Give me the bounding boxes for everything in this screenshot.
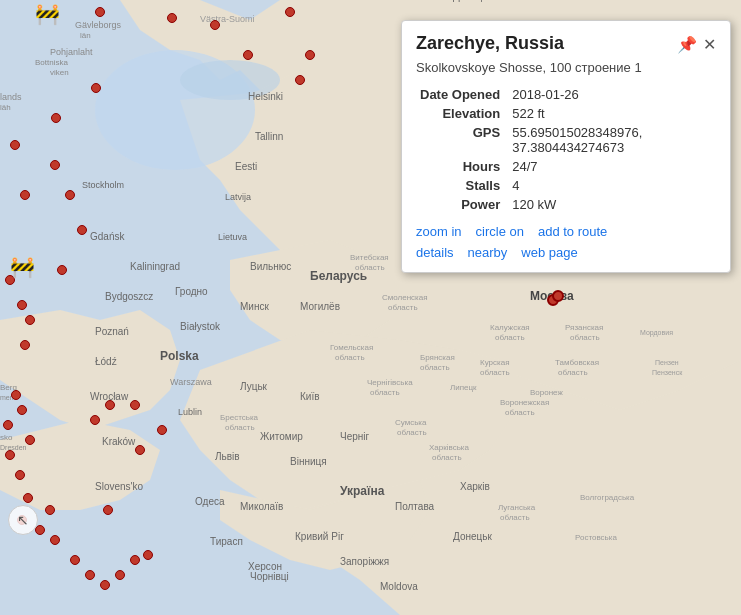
label-elevation: Elevation: [416, 104, 508, 123]
svg-text:Poznań: Poznań: [95, 326, 129, 337]
map-marker[interactable]: [25, 315, 35, 325]
svg-marker-2: [180, 90, 320, 170]
map-marker[interactable]: [50, 535, 60, 545]
nearby-link[interactable]: nearby: [468, 245, 508, 260]
svg-text:Донецьк: Донецьк: [453, 531, 492, 542]
svg-text:Łódź: Łódź: [95, 356, 117, 367]
map-marker[interactable]: [130, 555, 140, 565]
map-marker[interactable]: [103, 505, 113, 515]
map-marker[interactable]: [11, 390, 21, 400]
svg-text:Гомельская: Гомельская: [330, 343, 373, 352]
svg-text:Запоріжжя: Запоріжжя: [340, 556, 389, 567]
svg-text:Мордовия: Мордовия: [640, 329, 673, 337]
svg-text:Херсон: Херсон: [248, 561, 282, 572]
map-marker[interactable]: [3, 420, 13, 430]
map-marker[interactable]: [285, 7, 295, 17]
svg-text:Pohjanlaht: Pohjanlaht: [50, 47, 93, 57]
map-marker[interactable]: [51, 113, 61, 123]
map-marker[interactable]: [90, 415, 100, 425]
map-marker[interactable]: [210, 20, 220, 30]
map-marker[interactable]: [65, 190, 75, 200]
svg-text:Lietuva: Lietuva: [218, 232, 247, 242]
map-marker[interactable]: [17, 300, 27, 310]
map-marker[interactable]: [10, 140, 20, 150]
close-icon[interactable]: ✕: [703, 35, 716, 54]
map-container[interactable]: Pohjanlaht Bottniska viken Gävleborgs lä…: [0, 0, 741, 615]
map-marker[interactable]: [305, 50, 315, 60]
map-marker[interactable]: [20, 340, 30, 350]
traffic-cone-icon-2: 🚧: [10, 255, 35, 279]
svg-text:Пензен: Пензен: [655, 359, 679, 366]
map-marker[interactable]: [15, 470, 25, 480]
info-popup: Zarechye, Russia 📌 ✕ Skolkovskoye Shosse…: [401, 20, 731, 273]
add-to-route-link[interactable]: add to route: [538, 224, 607, 239]
table-row-elevation: Elevation 522 ft: [416, 104, 716, 123]
svg-text:läh: läh: [0, 103, 11, 112]
svg-text:viken: viken: [50, 68, 69, 77]
pin-icon[interactable]: 📌: [677, 35, 697, 54]
map-marker[interactable]: [17, 405, 27, 415]
circle-on-link[interactable]: circle on: [476, 224, 524, 239]
map-marker[interactable]: [23, 493, 33, 503]
svg-text:sko: sko: [0, 433, 13, 442]
svg-text:Ростовська: Ростовська: [575, 533, 617, 542]
map-marker[interactable]: [50, 160, 60, 170]
map-marker[interactable]: [552, 290, 564, 302]
svg-text:Warszawa: Warszawa: [170, 377, 212, 387]
svg-text:Курская: Курская: [480, 358, 509, 367]
map-marker[interactable]: [70, 555, 80, 565]
map-marker[interactable]: [243, 50, 253, 60]
map-marker[interactable]: [57, 265, 67, 275]
map-marker[interactable]: [143, 550, 153, 560]
value-gps: 55.695015028348976, 37.3804434274673: [508, 123, 716, 157]
map-marker[interactable]: [105, 400, 115, 410]
map-marker[interactable]: [115, 570, 125, 580]
label-gps: GPS: [416, 123, 508, 157]
map-marker[interactable]: [95, 7, 105, 17]
value-hours: 24/7: [508, 157, 716, 176]
value-elevation: 522 ft: [508, 104, 716, 123]
svg-text:область: область: [505, 408, 535, 417]
popup-links-row1: zoom in circle on add to route: [416, 224, 716, 239]
svg-text:Polska: Polska: [160, 349, 199, 363]
map-marker[interactable]: [77, 225, 87, 235]
svg-text:Чорнівці: Чорнівці: [250, 571, 289, 582]
svg-text:Тамбовская: Тамбовская: [555, 358, 599, 367]
map-marker[interactable]: [20, 190, 30, 200]
map-marker[interactable]: [295, 75, 305, 85]
table-row-stalls: Stalls 4: [416, 176, 716, 195]
svg-text:Беларусь: Беларусь: [310, 269, 367, 283]
svg-text:область: область: [570, 333, 600, 342]
web-page-link[interactable]: web page: [521, 245, 577, 260]
popup-links-row2: details nearby web page: [416, 245, 716, 260]
map-marker[interactable]: [167, 13, 177, 23]
map-marker[interactable]: [45, 505, 55, 515]
map-marker[interactable]: [91, 83, 101, 93]
svg-text:Västra-Suomi: Västra-Suomi: [200, 14, 255, 24]
zoom-in-link[interactable]: zoom in: [416, 224, 462, 239]
svg-text:Брестська: Брестська: [220, 413, 259, 422]
map-marker[interactable]: [100, 580, 110, 590]
svg-text:Київ: Київ: [300, 391, 320, 402]
svg-text:область: область: [420, 363, 450, 372]
table-row-date: Date Opened 2018-01-26: [416, 85, 716, 104]
svg-text:Helsinki: Helsinki: [248, 91, 283, 102]
map-marker[interactable]: [85, 570, 95, 580]
map-marker[interactable]: [130, 400, 140, 410]
map-marker[interactable]: [25, 435, 35, 445]
navigation-arrow[interactable]: ↖: [8, 505, 38, 535]
svg-marker-7: [180, 330, 520, 510]
svg-text:Białystok: Białystok: [180, 321, 221, 332]
svg-text:область: область: [225, 423, 255, 432]
value-power: 120 kW: [508, 195, 716, 214]
svg-text:Житомир: Житомир: [260, 431, 303, 442]
svg-text:Луганська: Луганська: [498, 503, 536, 512]
svg-text:Slovens'ko: Slovens'ko: [95, 481, 143, 492]
map-marker[interactable]: [5, 450, 15, 460]
svg-text:Минск: Минск: [240, 301, 269, 312]
details-link[interactable]: details: [416, 245, 454, 260]
nav-arrow-icon: ↖: [17, 512, 29, 528]
map-marker[interactable]: [157, 425, 167, 435]
svg-text:Україна: Україна: [340, 484, 385, 498]
map-marker[interactable]: [135, 445, 145, 455]
